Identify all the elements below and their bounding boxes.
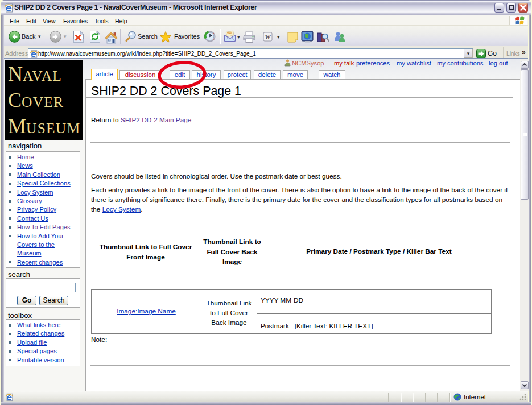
svg-text:W: W <box>265 34 271 40</box>
